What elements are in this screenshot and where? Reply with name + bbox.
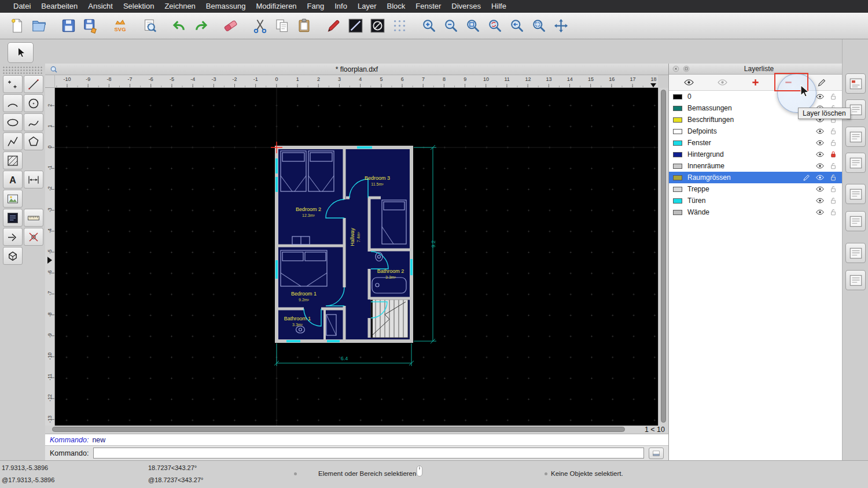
layer-lock-toggle[interactable]	[829, 208, 838, 217]
dimensions-tool-button[interactable]	[24, 171, 43, 188]
floorplan-drawing[interactable]: 6.4 9.2 Bedroom 3 11.5m² Bedroom 2 12.3m…	[55, 88, 658, 426]
circle-attributes-button[interactable]	[366, 15, 388, 37]
svg-export-button[interactable]: SVG	[109, 15, 131, 37]
palette-grip[interactable]	[2, 66, 43, 74]
horizontal-scrollbar[interactable]: 1 < 10	[45, 426, 668, 434]
polylines-tool-button[interactable]	[3, 132, 23, 150]
command-input[interactable]	[93, 448, 644, 459]
menu-diverses[interactable]: Diverses	[446, 0, 486, 13]
grid-toggle-button[interactable]	[388, 15, 410, 37]
toggle-layer-visibility-button[interactable]	[710, 76, 734, 90]
layer-visibility-toggle[interactable]	[815, 196, 825, 205]
hatches-tool-button[interactable]	[3, 151, 23, 169]
panel-close-icon[interactable]	[672, 65, 680, 73]
layer-row-defpoints[interactable]: Defpoints	[669, 125, 842, 137]
menu-bearbeiten[interactable]: Bearbeiten	[36, 0, 83, 13]
zoom-previous-button[interactable]	[506, 15, 528, 37]
dock-library-browser-button[interactable]	[845, 184, 866, 204]
auto-zoom-button[interactable]	[462, 15, 484, 37]
layer-visibility-toggle[interactable]	[815, 173, 825, 182]
dock-clipboard-panel-button[interactable]	[845, 270, 866, 290]
points-tool-button[interactable]	[3, 75, 23, 93]
show-all-layers-button[interactable]	[677, 76, 701, 90]
new-file-button[interactable]	[6, 15, 28, 37]
menu-fenster[interactable]: Fenster	[410, 0, 446, 13]
layer-visibility-toggle[interactable]	[815, 208, 825, 217]
layer-lock-toggle[interactable]	[829, 184, 838, 194]
splines-tool-button[interactable]	[24, 113, 43, 131]
layer-lock-toggle[interactable]	[829, 92, 838, 101]
copy-button[interactable]	[271, 15, 293, 37]
lines-tool-button[interactable]	[24, 75, 43, 93]
layer-row-treppe[interactable]: Treppe	[669, 183, 842, 195]
save-as-button[interactable]	[79, 15, 101, 37]
menu-zeichnen[interactable]: Zeichnen	[159, 0, 200, 13]
command-expand-button[interactable]	[649, 448, 664, 459]
dock-block-list-button[interactable]	[845, 127, 866, 147]
dock-selection-filter-button[interactable]	[845, 243, 866, 263]
text-tool-button[interactable]: A	[3, 171, 23, 188]
dock-command-line-button[interactable]	[845, 211, 866, 231]
panel-detach-icon[interactable]	[682, 65, 690, 73]
measure-tool-button[interactable]	[24, 209, 43, 227]
layer-row-fenster[interactable]: Fenster	[669, 137, 842, 149]
arcs-tool-button[interactable]	[3, 94, 23, 112]
horizontal-scrollbar-thumb[interactable]	[52, 427, 625, 432]
zoom-window-button[interactable]	[528, 15, 550, 37]
layer-row-innenräume[interactable]: Innenräume	[669, 160, 842, 172]
zoom-out-button[interactable]	[440, 15, 462, 37]
menu-datei[interactable]: Datei	[8, 0, 36, 13]
menu-block[interactable]: Block	[381, 0, 410, 13]
modify-tool-button[interactable]	[3, 228, 23, 246]
save-button[interactable]	[57, 15, 79, 37]
zoom-in-button[interactable]	[418, 15, 440, 37]
layer-row-türen[interactable]: Türen	[669, 195, 842, 206]
cut-button[interactable]	[249, 15, 271, 37]
layer-lock-toggle[interactable]	[829, 127, 838, 136]
menu-info[interactable]: Info	[329, 0, 352, 13]
snap-tool-button[interactable]	[24, 228, 43, 246]
redo-button[interactable]	[190, 15, 212, 37]
add-layer-button[interactable]	[743, 76, 767, 90]
layer-visibility-toggle[interactable]	[815, 150, 825, 159]
print-preview-button[interactable]	[138, 15, 160, 37]
layer-row-hintergrund[interactable]: Hintergrund	[669, 149, 842, 160]
pen-attributes-button[interactable]	[322, 15, 344, 37]
layer-visibility-toggle[interactable]	[815, 138, 825, 147]
selection-arrow-button[interactable]	[8, 42, 34, 63]
dock-view-list-button[interactable]	[845, 153, 866, 173]
menu-hilfe[interactable]: Hilfe	[486, 0, 512, 13]
stairs[interactable]	[371, 300, 408, 338]
layer-lock-toggle[interactable]	[829, 173, 838, 182]
layer-lock-toggle[interactable]	[829, 161, 838, 171]
layer-lock-toggle[interactable]	[829, 150, 838, 159]
layer-visibility-toggle[interactable]	[815, 184, 825, 194]
polygons-tool-button[interactable]	[24, 132, 43, 150]
vertical-scrollbar-thumb[interactable]	[661, 90, 666, 423]
pan-button[interactable]	[550, 15, 572, 37]
layer-lock-toggle[interactable]	[829, 138, 838, 147]
circles-tool-button[interactable]	[24, 94, 43, 112]
menu-modifizieren[interactable]: Modifizieren	[251, 0, 302, 13]
menu-bemassung[interactable]: Bemassung	[201, 0, 251, 13]
layer-visibility-toggle[interactable]	[815, 127, 825, 136]
open-file-button[interactable]	[28, 15, 50, 37]
layer-lock-toggle[interactable]	[829, 196, 838, 205]
menu-layer[interactable]: Layer	[352, 0, 382, 13]
menu-fang[interactable]: Fang	[302, 0, 330, 13]
layer-row-wände[interactable]: Wände	[669, 206, 842, 218]
layer-edit-icon[interactable]	[802, 173, 811, 182]
images-tool-button[interactable]	[3, 190, 23, 208]
selection-tool-button[interactable]	[3, 209, 23, 227]
ellipses-tool-button[interactable]	[3, 113, 23, 131]
menu-ansicht[interactable]: Ansicht	[83, 0, 118, 13]
paste-button[interactable]	[293, 15, 315, 37]
delete-button[interactable]	[219, 15, 241, 37]
dock-properties-button[interactable]	[845, 73, 866, 94]
layer-row-raumgrössen[interactable]: Raumgrössen	[669, 172, 842, 183]
layer-visibility-toggle[interactable]	[815, 92, 825, 101]
zoom-redraw-button[interactable]	[484, 15, 506, 37]
undo-button[interactable]	[168, 15, 190, 37]
solids-tool-button[interactable]	[3, 247, 23, 265]
vertical-scrollbar[interactable]	[658, 88, 668, 426]
